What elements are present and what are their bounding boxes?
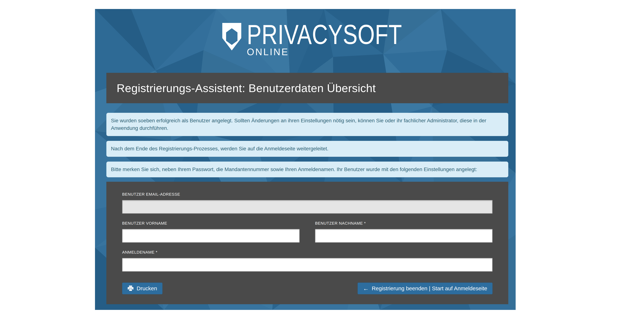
vorname-field-group: BENUTZER VORNAME — [122, 221, 300, 242]
content-column: Registrierungs-Assistent: Benutzerdaten … — [106, 73, 508, 304]
form-panel: BENUTZER EMAIL-ADRESSE BENUTZER VORNAME … — [106, 182, 508, 304]
nachname-label: BENUTZER NACHNAME * — [315, 221, 492, 226]
anmeldename-label: ANMELDENAME * — [122, 250, 492, 255]
email-label: BENUTZER EMAIL-ADRESSE — [122, 192, 492, 197]
email-field-group: BENUTZER EMAIL-ADRESSE — [122, 192, 492, 214]
finish-registration-button-label: Registrierung beenden | Start auf Anmeld… — [372, 285, 487, 292]
vorname-label: BENUTZER VORNAME — [122, 221, 300, 226]
brand-logo: PRIVACYSOFT ONLINE — [222, 21, 441, 58]
print-button-label: Drucken — [136, 285, 157, 292]
main-panel: PRIVACYSOFT ONLINE Registrierungs-Assist… — [95, 9, 516, 310]
shield-hexagon-icon — [222, 23, 241, 51]
print-button[interactable]: Drucken — [122, 282, 162, 294]
printer-icon — [128, 285, 134, 292]
finish-registration-button[interactable]: ← Registrierung beenden | Start auf Anme… — [358, 282, 492, 294]
name-fields-row: BENUTZER VORNAME BENUTZER NACHNAME * — [122, 221, 492, 242]
nachname-input[interactable] — [315, 229, 492, 242]
page-title: Registrierungs-Assistent: Benutzerdaten … — [116, 82, 376, 94]
arrow-left-icon: ← — [363, 286, 369, 292]
brand-text: PRIVACYSOFT ONLINE — [247, 21, 441, 58]
notice-redirect: Nach dem Ende des Registrierungs-Prozess… — [106, 141, 508, 157]
brand-name: PRIVACYSOFT — [247, 21, 402, 48]
notice-remember: Bitte merken Sie sich, neben Ihrem Passw… — [106, 162, 508, 178]
form-actions: Drucken ← Registrierung beenden | Start … — [122, 282, 492, 294]
nachname-field-group: BENUTZER NACHNAME * — [315, 221, 492, 242]
anmeldename-input[interactable] — [122, 258, 492, 272]
vorname-input[interactable] — [122, 229, 300, 242]
page-title-bar: Registrierungs-Assistent: Benutzerdaten … — [106, 73, 508, 103]
notice-created: Sie wurden soeben erfolgreich als Benutz… — [106, 113, 508, 136]
anmeldename-field-group: ANMELDENAME * — [122, 250, 492, 272]
email-input[interactable] — [122, 200, 492, 214]
